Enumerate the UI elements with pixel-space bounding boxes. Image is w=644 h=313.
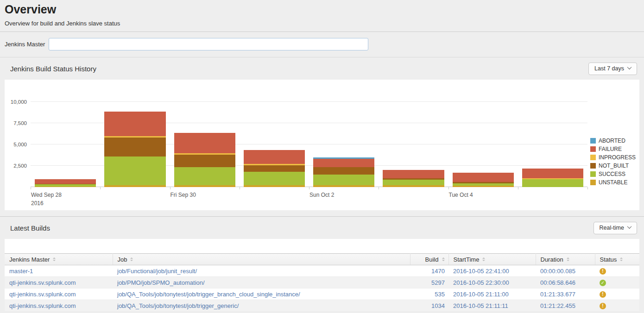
duration-cell: 01:21:22.455 [536, 300, 595, 312]
latest-panel-titlebar: Latest Builds Real-time [0, 217, 644, 239]
job-cell: job/QA_Tools/job/tonytest/job/trigger_ge… [113, 300, 410, 312]
jenkins-master-cell: qti-jenkins.sv.splunk.com [5, 277, 113, 288]
latest-time-range-button[interactable]: Real-time [593, 222, 638, 234]
page-subtitle: Overview for build and Jenkins slave sta… [5, 20, 639, 27]
bar-segment-success [383, 180, 444, 185]
chart-bar-slot [448, 92, 518, 187]
column-label: Job [118, 256, 127, 263]
cell-link[interactable]: 00:00:00.085 [540, 268, 575, 275]
y-axis-tick-label: 7,500 [13, 120, 27, 126]
legend-item-failure[interactable]: FAILURE [590, 146, 639, 152]
starttime-cell: 2016-10-05 21:11:00 [448, 288, 536, 300]
column-header-status[interactable]: Status [595, 254, 639, 265]
status-success-icon: ✓ [600, 280, 606, 286]
latest-time-range-label: Real-time [600, 225, 625, 231]
bar-segment-not_built [244, 165, 305, 172]
cell-link[interactable]: 2016-10-05 22:41:00 [453, 268, 509, 275]
x-axis-tick-label: Sun Oct 2 [309, 191, 334, 199]
bar-segment-failure [522, 169, 583, 178]
column-header-starttime[interactable]: StartTime [448, 254, 536, 265]
chart-plot-column: Wed Sep 28 2016Fri Sep 30Sun Oct 2Tue Oc… [31, 92, 587, 210]
jenkins-master-input[interactable] [49, 38, 368, 50]
status-warning-icon: ! [600, 303, 606, 309]
column-label: Build [425, 256, 439, 263]
column-header-duration[interactable]: Duration [536, 254, 595, 265]
legend-item-unstable[interactable]: UNSTABLE [590, 179, 639, 186]
legend-label: INPROGRESS [599, 154, 636, 161]
starttime-cell: 2016-10-05 22:30:00 [448, 277, 536, 288]
legend-label: FAILURE [599, 146, 622, 152]
sort-icon [567, 257, 569, 261]
legend-label: NOT_BUILT [599, 163, 629, 169]
chevron-down-icon [627, 224, 632, 229]
table-row: qti-jenkins.sv.splunk.comjob/QA_Tools/jo… [5, 288, 639, 300]
column-header-jenkins-master[interactable]: Jenkins Master [5, 254, 113, 265]
status-warning-icon: ! [600, 291, 606, 298]
cell-link[interactable]: 5297 [431, 279, 445, 286]
chart-bar-slot [379, 92, 448, 187]
sort-icon [130, 257, 133, 261]
bar-segment-failure [174, 133, 235, 153]
duration-cell: 01:21:33.677 [536, 288, 595, 300]
bar-mon-oct-3[interactable] [383, 170, 444, 187]
table-row: qti-jenkins.sv.splunk.comjob/PMO/job/SPM… [5, 277, 639, 288]
column-header-job[interactable]: Job [113, 254, 410, 265]
cell-link[interactable]: job/Functional/job/junit_result/ [117, 268, 197, 275]
legend-label: ABORTED [599, 138, 625, 144]
table-row: master-1job/Functional/job/junit_result/… [5, 265, 639, 277]
cell-link[interactable]: 2016-10-05 22:30:00 [453, 279, 509, 286]
x-axis-tick [587, 187, 588, 189]
history-panel-title: Jenkins Build Status History [10, 65, 96, 73]
legend-item-inprogress[interactable]: INPROGRESS [590, 154, 639, 161]
cell-link[interactable]: 01:21:33.677 [540, 291, 575, 298]
bar-segment-success [522, 179, 583, 187]
page-title: Overview [5, 3, 639, 16]
cell-link[interactable]: job/QA_Tools/job/tonytest/job/trigger_ge… [117, 302, 239, 309]
chart-bars [31, 92, 587, 187]
build-cell: 535 [410, 288, 448, 300]
cell-link[interactable]: 2016-10-05 21:11:11 [453, 302, 508, 309]
bar-segment-failure [244, 150, 305, 164]
bar-sat-oct-1[interactable] [244, 150, 305, 187]
history-time-range-button[interactable]: Last 7 days [588, 63, 637, 75]
cell-link[interactable]: qti-jenkins.sv.splunk.com [9, 279, 76, 286]
x-axis-tick-label: Wed Sep 28 2016 [31, 191, 62, 207]
cell-link[interactable]: master-1 [9, 268, 33, 275]
sort-icon [482, 257, 485, 261]
cell-link[interactable]: 1470 [431, 268, 445, 275]
legend-swatch-icon [590, 146, 596, 152]
jenkins-master-label: Jenkins Master [5, 41, 49, 48]
chart-bar-slot [100, 92, 170, 187]
bar-wed-oct-5[interactable] [522, 169, 583, 187]
bar-segment-not_built [313, 167, 374, 175]
starttime-cell: 2016-10-05 21:11:11 [448, 300, 536, 312]
legend-item-success[interactable]: SUCCESS [590, 171, 639, 177]
cell-link[interactable]: job/QA_Tools/job/tonytest/job/trigger_br… [117, 291, 300, 298]
bar-segment-success [104, 156, 165, 185]
build-cell: 5297 [410, 277, 448, 288]
cell-link[interactable]: job/PMO/job/SPMO_automation/ [117, 279, 205, 286]
cell-link[interactable]: 535 [435, 291, 445, 298]
cell-link[interactable]: qti-jenkins.sv.splunk.com [9, 291, 76, 298]
bar-segment-failure [453, 173, 514, 182]
status-cell: ✓ [595, 277, 639, 288]
legend-item-aborted[interactable]: ABORTED [590, 138, 639, 144]
cell-link[interactable]: 1034 [431, 302, 445, 309]
legend-item-not_built[interactable]: NOT_BUILT [590, 163, 639, 169]
cell-link[interactable]: 01:21:22.455 [540, 302, 575, 309]
y-axis-tick-label: 5,000 [13, 142, 27, 147]
bar-thu-sep-29[interactable] [104, 112, 165, 187]
status-warning-icon: ! [600, 268, 606, 275]
column-header-build[interactable]: Build [410, 254, 448, 265]
bar-tue-oct-4[interactable] [453, 173, 514, 187]
history-panel-titlebar: Jenkins Build Status History Last 7 days [0, 57, 644, 80]
bar-wed-sep-28[interactable] [35, 179, 96, 187]
chart-bar-slot [240, 92, 309, 187]
cell-link[interactable]: 2016-10-05 21:11:00 [453, 291, 509, 298]
cell-link[interactable]: qti-jenkins.sv.splunk.com [9, 302, 76, 309]
x-axis-tick-label: Tue Oct 4 [448, 191, 473, 199]
bar-fri-sep-30[interactable] [174, 133, 235, 187]
cell-link[interactable]: 00:06:58.646 [540, 279, 575, 286]
duration-cell: 00:06:58.646 [536, 277, 595, 288]
bar-sun-oct-2[interactable] [313, 157, 374, 187]
